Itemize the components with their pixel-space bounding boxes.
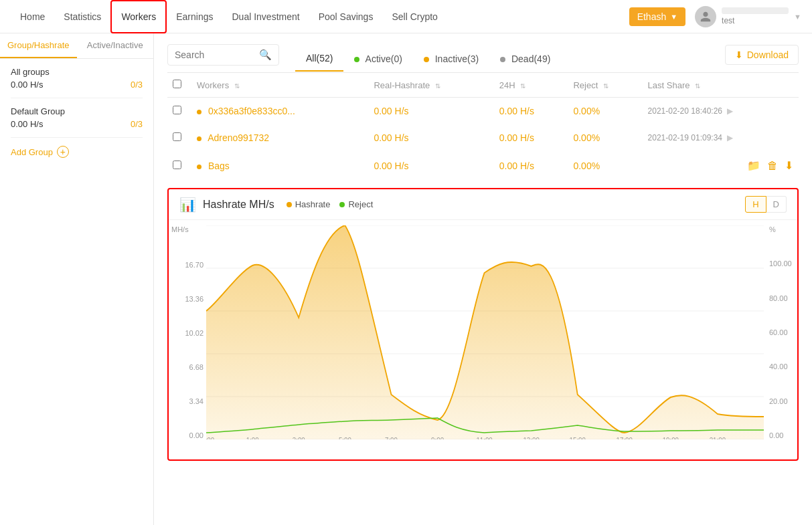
nav-earnings[interactable]: Earnings [167, 0, 222, 33]
th-checkbox [167, 73, 191, 98]
row2-dot [197, 136, 201, 141]
svg-text:1:00: 1:00 [246, 436, 259, 439]
y-axis-right: % 100.00 80.00 60.00 40.00 20.00 0.00 [765, 225, 797, 439]
th-last-share: Last Share ⇅ [643, 73, 799, 98]
table-row: 0x336a3f0e833cc0... 0.00 H/s 0.00 H/s 0.… [167, 98, 799, 125]
h24-sort-icon[interactable]: ⇅ [520, 82, 525, 90]
row1-h24: 0.00 H/s [494, 98, 568, 125]
chart-header: 📊 Hashrate MH/s Hashrate Reject H D [169, 189, 797, 220]
y-axis-left: MH/s 16.70 13.36 10.02 6.68 3.34 0.00 [171, 225, 204, 439]
nav-sell-crypto[interactable]: Sell Crypto [382, 0, 446, 33]
row2-checkbox-cell [167, 124, 191, 151]
row3-delete-icon[interactable]: 🗑 [767, 160, 778, 172]
chart-legend: Hashrate Reject [287, 199, 374, 209]
svg-text:23:00: 23:00 [206, 436, 214, 439]
add-icon: + [57, 146, 69, 158]
row3-worker-name[interactable]: Bags [208, 161, 230, 171]
group-default-rate: 0.00 H/s [11, 119, 43, 129]
row2-hashrate: 0.00 H/s [368, 124, 493, 151]
row3-actions-cell: 📁 🗑 ⬇ [643, 151, 799, 180]
row3-checkbox[interactable] [173, 161, 181, 169]
last-share-sort-icon[interactable]: ⇅ [695, 82, 700, 90]
row2-chevron-right-icon[interactable]: ▶ [727, 133, 733, 142]
tab-inactive-label: Inactive(3) [435, 54, 479, 64]
row3-checkbox-cell [167, 151, 191, 180]
blurred-email [722, 7, 789, 14]
y-label-right-unit: % [769, 225, 797, 233]
user-name: test [722, 16, 789, 25]
y-label-right-4000: 40.00 [769, 362, 797, 371]
search-input[interactable] [175, 49, 255, 60]
row1-hashrate: 0.00 H/s [368, 98, 493, 125]
filter-bar: 🔍 All(52) Active(0) Inactive(3) Dead(49)… [167, 44, 799, 73]
row3-download-icon[interactable]: ⬇ [785, 159, 793, 172]
row1-reject: 0.00% [568, 98, 642, 125]
row1-worker-name[interactable]: 0x336a3f0e833cc0... [208, 106, 295, 116]
real-hashrate-sort-icon[interactable]: ⇅ [435, 82, 440, 90]
row1-chevron-right-icon[interactable]: ▶ [727, 106, 733, 116]
algorithm-selector[interactable]: Ethash ▼ [629, 7, 685, 26]
download-icon: ⬇ [735, 49, 743, 60]
nav-statistics[interactable]: Statistics [54, 0, 110, 33]
th-real-hashrate: Real-Hashrate ⇅ [368, 73, 493, 98]
row1-worker-cell: 0x336a3f0e833cc0... [191, 98, 368, 125]
sidebar-tab-group-hashrate[interactable]: Group/Hashrate [0, 33, 77, 58]
row1-checkbox[interactable] [173, 106, 181, 114]
tab-inactive[interactable]: Inactive(3) [413, 47, 489, 71]
nav-workers[interactable]: Workers [110, 0, 167, 33]
user-area[interactable]: test ▼ [695, 6, 801, 27]
download-button[interactable]: ⬇ Download [725, 45, 799, 65]
row2-worker-name[interactable]: Adreno991732 [208, 132, 269, 143]
y-label-000: 0.00 [171, 431, 204, 439]
add-group-label: Add Group [11, 147, 53, 157]
content-area: 🔍 All(52) Active(0) Inactive(3) Dead(49)… [154, 33, 812, 525]
top-nav: Home Statistics Workers Earnings Dual In… [0, 0, 812, 33]
dead-dot [500, 57, 505, 62]
y-label-1670: 16.70 [171, 261, 204, 269]
tab-all[interactable]: All(52) [295, 46, 343, 72]
select-all-checkbox[interactable] [173, 80, 181, 88]
tab-dead[interactable]: Dead(49) [489, 47, 561, 71]
hashrate-legend-dot [287, 202, 292, 207]
svg-text:19:00: 19:00 [663, 436, 679, 439]
svg-text:3:00: 3:00 [293, 436, 305, 439]
y-label-right-8000: 80.00 [769, 294, 797, 302]
active-dot [354, 57, 359, 62]
row3-folder-icon[interactable]: 📁 [747, 159, 760, 172]
svg-text:5:00: 5:00 [339, 436, 351, 439]
period-d-button[interactable]: D [766, 196, 787, 213]
row3-worker-cell: Bags [191, 151, 368, 180]
sidebar-tab-active-inactive[interactable]: Active/Inactive [77, 33, 154, 58]
chart-svg: 23:00 1:00 3:00 5:00 7:00 9:00 11:00 13:… [206, 225, 764, 439]
row2-checkbox[interactable] [173, 132, 181, 141]
workers-sort-icon[interactable]: ⇅ [234, 82, 240, 90]
nav-pool-savings[interactable]: Pool Savings [309, 0, 383, 33]
tab-all-label: All(52) [306, 53, 333, 64]
legend-hashrate: Hashrate [287, 199, 331, 209]
svg-text:17:00: 17:00 [617, 436, 633, 439]
search-box[interactable]: 🔍 [167, 44, 279, 66]
user-chevron-icon: ▼ [794, 13, 801, 21]
group-default[interactable]: Default Group 0.00 H/s 0/3 [0, 98, 153, 137]
row2-last-share-value: 2021-02-19 01:09:34 [648, 133, 722, 142]
sidebar: Group/Hashrate Active/Inactive All group… [0, 33, 154, 525]
th-24h: 24H ⇅ [494, 73, 568, 98]
tab-active[interactable]: Active(0) [343, 47, 412, 71]
add-group-button[interactable]: Add Group + [0, 138, 153, 166]
th-workers-label: Workers [197, 80, 229, 90]
group-all-groups-ratio: 0/3 [131, 80, 143, 90]
chevron-down-icon: ▼ [670, 13, 677, 21]
row1-dot [197, 110, 201, 114]
svg-text:9:00: 9:00 [431, 436, 444, 439]
y-label-668: 6.68 [171, 363, 204, 371]
nav-home[interactable]: Home [11, 0, 54, 33]
group-all-groups[interactable]: All groups 0.00 H/s 0/3 [0, 59, 153, 98]
reject-sort-icon[interactable]: ⇅ [603, 82, 608, 90]
period-h-button[interactable]: H [745, 196, 766, 213]
group-all-groups-rate: 0.00 H/s [11, 80, 43, 90]
nav-dual-investment[interactable]: Dual Investment [223, 0, 309, 33]
th-workers: Workers ⇅ [191, 73, 368, 98]
row3-actions: 📁 🗑 ⬇ [648, 159, 793, 172]
row2-last-share: 2021-02-19 01:09:34 ▶ [643, 124, 799, 151]
group-default-ratio: 0/3 [131, 119, 143, 129]
